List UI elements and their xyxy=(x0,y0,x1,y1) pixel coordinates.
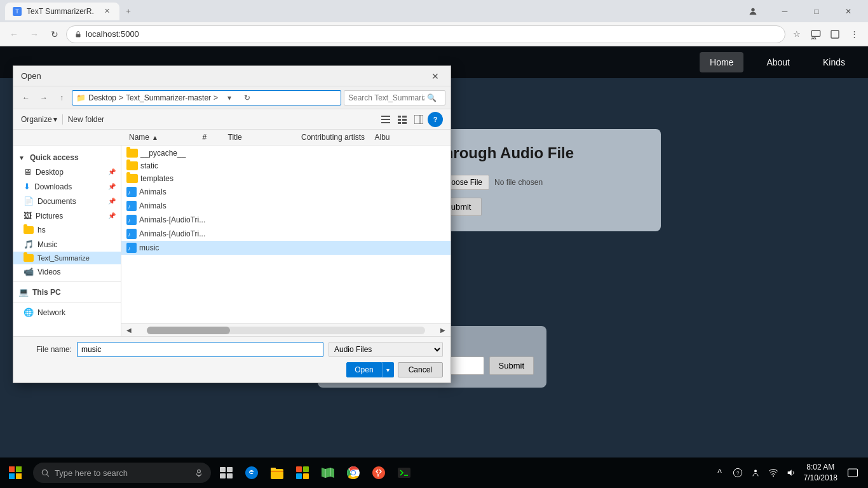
extensions-button[interactable] xyxy=(826,25,844,43)
maximize-button[interactable]: □ xyxy=(802,0,831,22)
horizontal-scrollbar[interactable]: ◀ ▶ xyxy=(121,323,451,336)
filetype-select[interactable]: Audio Files All Files xyxy=(329,342,443,357)
open-button-group: Open ▾ xyxy=(346,362,393,377)
forward-button[interactable]: → xyxy=(25,25,43,43)
open-button[interactable]: Open xyxy=(346,362,381,377)
breadcrumb-bar[interactable]: 📁 Desktop > Text_Summarizer-master > ▾ ↻ xyxy=(72,90,341,105)
file-item-animals-audio1[interactable]: ♪ Animals-[AudioTri... xyxy=(121,213,451,227)
edge-icon[interactable] xyxy=(239,458,264,488)
bookmark-button[interactable]: ☆ xyxy=(788,25,806,43)
scroll-left[interactable]: ◀ xyxy=(124,325,134,336)
svg-rect-37 xyxy=(227,473,233,478)
dialog-up-button[interactable]: ↑ xyxy=(54,90,69,105)
tab-close-button[interactable]: ✕ xyxy=(102,6,112,17)
file-item-animals2[interactable]: ♪ Animals xyxy=(121,199,451,213)
tray-expand[interactable]: ^ xyxy=(712,465,728,480)
file-input-row: Choose File No file chosen xyxy=(435,175,646,190)
breadcrumb-dropdown[interactable]: ▾ xyxy=(222,90,237,105)
taskbar-search-icon xyxy=(41,468,50,477)
view-details-button[interactable] xyxy=(395,112,410,127)
svg-rect-27 xyxy=(16,466,22,472)
network-status-icon[interactable] xyxy=(766,465,781,480)
tray-help[interactable]: ? xyxy=(730,465,745,480)
breadcrumb-refresh[interactable]: ↻ xyxy=(240,90,255,105)
svg-line-31 xyxy=(47,475,49,477)
notification-center[interactable] xyxy=(843,463,863,483)
svg-point-0 xyxy=(751,8,754,11)
terminal-icon[interactable] xyxy=(391,458,417,488)
address-bar[interactable]: localhost:5000 xyxy=(66,25,785,43)
task-view-button[interactable] xyxy=(214,458,239,488)
filename-label: File name: xyxy=(21,345,72,354)
git-icon[interactable] xyxy=(366,458,391,488)
file-item-music[interactable]: ♪ music xyxy=(121,241,451,255)
browser-tab[interactable]: T TexT SummarizerR. ✕ xyxy=(5,3,119,20)
tab-title: TexT SummarizerR. xyxy=(27,7,94,16)
dialog-close-button[interactable]: ✕ xyxy=(428,69,443,84)
file-list-area: __pycache__ static templates ♪ xyxy=(121,146,451,336)
tray-people[interactable] xyxy=(748,465,763,480)
chrome-icon[interactable] xyxy=(341,458,366,488)
col-contributing[interactable]: Contributing artists xyxy=(299,131,372,144)
this-pc-item[interactable]: 💻 This PC xyxy=(13,285,121,299)
cast-button[interactable] xyxy=(807,25,825,43)
nav-kinds[interactable]: Kinds xyxy=(813,52,855,72)
windows-icon xyxy=(9,466,22,479)
new-folder-button[interactable]: New folder xyxy=(68,115,104,124)
quick-access-label: Quick access xyxy=(30,153,79,162)
search-input[interactable] xyxy=(348,93,424,102)
sidebar-documents[interactable]: 📄 Documents 📌 xyxy=(13,194,121,208)
new-tab-button[interactable]: + xyxy=(119,3,137,20)
scroll-right[interactable]: ▶ xyxy=(438,325,448,336)
file-item-animals-audio2[interactable]: ♪ Animals-[AudioTri... xyxy=(121,227,451,241)
dialog-back-button[interactable]: ← xyxy=(18,90,34,105)
organize-chevron: ▾ xyxy=(53,115,57,124)
cancel-button[interactable]: Cancel xyxy=(398,362,443,377)
start-button[interactable] xyxy=(0,458,31,488)
minimize-button[interactable]: ─ xyxy=(770,0,799,22)
col-name[interactable]: Name ▲ xyxy=(126,131,200,144)
reload-button[interactable]: ↻ xyxy=(46,25,64,43)
col-num[interactable]: # xyxy=(200,131,226,144)
help-button[interactable]: ? xyxy=(428,112,443,127)
col-title[interactable]: Title xyxy=(226,131,299,144)
sidebar-downloads[interactable]: ⬇ Downloads 📌 xyxy=(13,179,121,194)
menu-button[interactable]: ⋮ xyxy=(845,25,863,43)
scroll-thumb[interactable] xyxy=(147,327,230,334)
taskbar-search[interactable] xyxy=(33,463,211,483)
nav-about[interactable]: About xyxy=(756,52,800,72)
taskbar-search-input[interactable] xyxy=(55,468,189,478)
sidebar-hs[interactable]: hs xyxy=(13,223,121,237)
open-dropdown-button[interactable]: ▾ xyxy=(382,362,394,377)
close-button[interactable]: ✕ xyxy=(834,0,863,22)
sidebar-pictures[interactable]: 🖼 Pictures 📌 xyxy=(13,208,121,223)
microphone-icon xyxy=(194,468,203,477)
back-button[interactable]: ← xyxy=(5,25,23,43)
nav-home[interactable]: Home xyxy=(700,52,743,72)
videos-icon: 📹 xyxy=(24,267,34,276)
sidebar-music[interactable]: 🎵 Music xyxy=(13,237,121,252)
file-item-static[interactable]: static xyxy=(121,159,451,172)
sidebar-desktop[interactable]: 🖥 Desktop 📌 xyxy=(13,165,121,179)
file-explorer-icon[interactable] xyxy=(264,458,290,488)
user-account-button[interactable] xyxy=(738,0,768,22)
organize-button[interactable]: Organize ▾ xyxy=(21,115,57,124)
col-album[interactable]: Albu xyxy=(372,131,446,144)
windows-store-icon[interactable] xyxy=(290,458,315,488)
preview-pane-button[interactable] xyxy=(411,112,426,127)
url-submit-button[interactable]: Submit xyxy=(489,356,534,375)
sidebar-text-summarizer[interactable]: Text_Summarize xyxy=(13,252,121,264)
filename-input[interactable] xyxy=(77,342,323,357)
maps-icon[interactable] xyxy=(315,458,341,488)
file-item-pycache[interactable]: __pycache__ xyxy=(121,147,451,159)
clock-display[interactable]: 8:02 AM 7/10/2018 xyxy=(804,462,837,484)
svg-rect-5 xyxy=(381,116,390,117)
volume-icon[interactable] xyxy=(783,465,799,480)
dialog-forward-button[interactable]: → xyxy=(36,90,51,105)
sidebar-network[interactable]: 🌐 Network xyxy=(13,305,121,320)
view-list-button[interactable] xyxy=(378,112,393,127)
file-item-animals1[interactable]: ♪ Animals xyxy=(121,185,451,199)
toolbar-separator xyxy=(62,114,63,125)
file-item-templates[interactable]: templates xyxy=(121,172,451,185)
sidebar-videos[interactable]: 📹 Videos xyxy=(13,264,121,279)
